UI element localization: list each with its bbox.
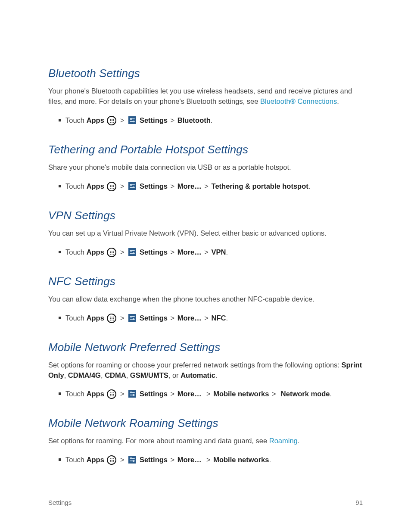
para-bluetooth: Your phone's Bluetooth capabilities let … [48,86,363,107]
apps-label: Apps [87,456,104,464]
settings-label: Settings [140,248,168,256]
separator: > [119,248,125,256]
period: . [226,248,228,256]
apps-grid-icon [107,455,116,465]
separator: > [203,390,211,398]
apps-grid-icon [107,389,116,399]
footer-page-number: 91 [355,499,363,506]
text: Set options for roaming. For more about … [48,437,269,445]
more-label: More… [177,390,202,398]
footer-section-name: Settings [48,499,72,506]
comma: , [126,371,130,379]
heading-tethering: Tethering and Portable Hotspot Settings [48,143,363,156]
apps-grid-icon [107,314,116,323]
period: . [308,182,311,190]
apps-label: Apps [87,314,104,322]
touch-label: Touch [65,116,84,124]
section-vpn: VPN Settings You can set up a Virtual Pr… [48,209,363,258]
opt-cdma4g: CDMA/4G [68,371,101,379]
separator: > [170,314,176,322]
list-item: Touch Apps > Settings > More… > Tetherin… [59,180,363,192]
apps-label: Apps [87,182,104,190]
settings-sliders-icon [128,182,136,190]
separator: > [203,182,209,190]
period: . [226,314,228,322]
apps-label: Apps [87,248,104,256]
nav-steps-bluetooth: Touch Apps > Settings > Bluetooth. [48,115,363,126]
section-mobile-roaming: Mobile Network Roaming Settings Set opti… [48,417,363,465]
touch-label: Touch [65,248,84,256]
heading-mobile-roaming: Mobile Network Roaming Settings [48,417,363,430]
section-mobile-preferred: Mobile Network Preferred Settings Set op… [48,341,363,400]
heading-mobile-preferred: Mobile Network Preferred Settings [48,341,363,354]
list-item: Touch Apps > Settings > More… > Mobile n… [59,454,363,465]
nav-tail: Mobile networks [213,456,269,464]
touch-label: Touch [65,314,84,322]
settings-label: Settings [140,116,168,124]
link-roaming[interactable]: Roaming [269,437,298,445]
heading-bluetooth: Bluetooth Settings [48,67,363,80]
separator: > [119,116,125,124]
nav-steps-nfc: Touch Apps > Settings > More… > NFC. [48,312,363,324]
text: Set options for roaming or choose your p… [48,361,342,369]
touch-label: Touch [65,390,84,398]
more-label: More… [177,248,202,256]
settings-sliders-icon [128,248,136,256]
list-item: Touch Apps > Settings > Bluetooth. [59,115,363,126]
apps-grid-icon [107,248,116,257]
period: . [330,390,332,398]
opt-cdma: CDMA [105,371,126,379]
separator: > [170,456,176,464]
nav-tail: VPN [212,248,226,256]
separator: > [119,456,125,464]
separator: > [119,390,125,398]
para-mobile-roaming: Set options for roaming. For more about … [48,436,363,446]
apps-label: Apps [87,390,104,398]
separator: > [119,314,125,322]
list-item: Touch Apps > Settings > More… > Mobile n… [59,388,363,399]
opt-gsmumts: GSM/UMTS [130,371,168,379]
nav-steps-mobile-preferred: Touch Apps > Settings > More… > Mobile n… [48,388,363,399]
settings-label: Settings [140,456,168,464]
heading-nfc: NFC Settings [48,275,363,288]
separator: > [203,456,211,464]
separator: > [170,116,176,124]
comma: , [101,371,105,379]
touch-label: Touch [65,182,84,190]
separator: > [170,248,176,256]
touch-label: Touch [65,456,84,464]
para-nfc: You can allow data exchange when the pho… [48,294,363,305]
section-nfc: NFC Settings You can allow data exchange… [48,275,363,324]
settings-sliders-icon [128,390,136,398]
settings-sliders-icon [128,314,136,322]
separator: > [203,314,209,322]
list-item: Touch Apps > Settings > More… > NFC. [59,312,363,324]
para-vpn: You can set up a Virtual Private Network… [48,228,363,239]
nav-tail: NFC [212,314,226,322]
link-bluetooth-connections[interactable]: Bluetooth® Connections [260,97,337,105]
apps-grid-icon [107,116,116,125]
settings-label: Settings [140,390,168,398]
nav-steps-mobile-roaming: Touch Apps > Settings > More… > Mobile n… [48,454,363,465]
document-page: Bluetooth Settings Your phone's Bluetoot… [0,0,411,532]
comma: , [64,371,68,379]
period: . [269,456,271,464]
nav-steps-tethering: Touch Apps > Settings > More… > Tetherin… [48,180,363,192]
apps-label: Apps [87,116,104,124]
section-tethering: Tethering and Portable Hotspot Settings … [48,143,363,192]
separator: > [203,248,209,256]
nav-steps-vpn: Touch Apps > Settings > More… > VPN. [48,246,363,258]
period: . [215,371,218,379]
heading-vpn: VPN Settings [48,209,363,222]
separator: > [271,390,279,398]
para-tethering: Share your phone's mobile data connectio… [48,162,363,173]
text: . [298,437,300,445]
separator: > [170,182,176,190]
opt-automatic: Automatic [181,371,215,379]
nav-tail: Network mode [281,390,330,398]
list-item: Touch Apps > Settings > More… > VPN. [59,246,363,258]
text: . [337,97,339,105]
separator: > [119,182,125,190]
page-footer: Settings 91 [48,499,363,506]
apps-grid-icon [107,182,116,191]
